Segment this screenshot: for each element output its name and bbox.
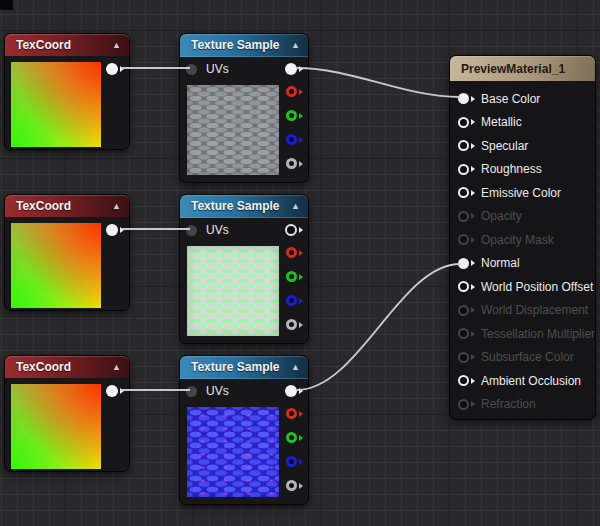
input-label: Ambient Occlusion — [481, 374, 581, 388]
texcoord-node-1[interactable]: TexCoord ▲ — [4, 33, 130, 150]
node-title: Texture Sample — [191, 199, 291, 213]
input-pin[interactable] — [458, 211, 475, 222]
uvs-input-label: UVs — [206, 223, 229, 237]
collapse-arrow-icon[interactable]: ▲ — [112, 363, 121, 372]
node-header[interactable]: TexCoord ▲ — [5, 356, 129, 378]
input-pin[interactable] — [458, 93, 475, 104]
uv-gradient-preview — [11, 62, 101, 147]
material-input-row-normal: Normal — [450, 252, 595, 276]
uvs-input-pin[interactable] — [186, 386, 197, 397]
node-header[interactable]: Texture Sample ▲ — [180, 356, 308, 379]
node-title: TexCoord — [16, 199, 112, 213]
material-input-row-refraction: Refraction — [450, 393, 595, 417]
material-input-row-ambient-occlusion: Ambient Occlusion — [450, 369, 595, 393]
red-channel-output-pin[interactable] — [286, 86, 303, 97]
material-input-row-metallic: Metallic — [450, 111, 595, 135]
input-label: Specular — [481, 139, 528, 153]
collapse-arrow-icon[interactable]: ▲ — [291, 363, 300, 372]
green-channel-output-pin[interactable] — [286, 432, 303, 443]
input-pin[interactable] — [458, 258, 475, 269]
output-pin[interactable] — [106, 63, 124, 75]
input-label: Subsurface Color — [481, 350, 574, 364]
green-channel-output-pin[interactable] — [286, 110, 303, 121]
output-pin[interactable] — [106, 385, 124, 397]
node-header[interactable]: Texture Sample ▲ — [180, 195, 308, 218]
input-label: Opacity Mask — [481, 233, 554, 247]
rgb-output-pin[interactable] — [285, 224, 303, 236]
texture-sample-node-1[interactable]: Texture Sample ▲ UVs — [179, 33, 309, 183]
uvs-input-pin[interactable] — [186, 225, 197, 236]
input-pin[interactable] — [458, 234, 475, 245]
input-label: World Displacement — [481, 303, 588, 317]
node-title: TexCoord — [16, 38, 112, 52]
blue-channel-output-pin[interactable] — [286, 295, 303, 306]
uvs-input-label: UVs — [206, 384, 229, 398]
red-channel-output-pin[interactable] — [286, 247, 303, 258]
grid-origin-marker — [0, 0, 13, 10]
uvs-input-label: UVs — [206, 62, 229, 76]
material-input-row-base-color: Base Color — [450, 87, 595, 111]
collapse-arrow-icon[interactable]: ▲ — [291, 202, 300, 211]
material-input-row-world-position-offset: World Position Offset — [450, 275, 595, 299]
input-pin[interactable] — [458, 281, 475, 292]
preview-material-node[interactable]: PreviewMaterial_1 Base Color Metallic Sp… — [449, 55, 596, 420]
input-label: Emissive Color — [481, 186, 561, 200]
texture-sample-node-3[interactable]: Texture Sample ▲ UVs — [179, 355, 309, 505]
blue-channel-output-pin[interactable] — [286, 134, 303, 145]
input-pin[interactable] — [458, 305, 475, 316]
blue-channel-output-pin[interactable] — [286, 456, 303, 467]
wire-texturesample1-to-base-color[interactable] — [297, 68, 460, 97]
input-label: Refraction — [481, 397, 536, 411]
input-label: Tessellation Multiplier — [481, 327, 595, 341]
alpha-channel-output-pin[interactable] — [286, 158, 303, 169]
collapse-arrow-icon[interactable]: ▲ — [112, 202, 121, 211]
material-input-row-roughness: Roughness — [450, 158, 595, 182]
rgb-output-pin[interactable] — [285, 385, 303, 397]
material-input-row-opacity-mask: Opacity Mask — [450, 228, 595, 252]
node-title: TexCoord — [16, 360, 112, 374]
alpha-channel-output-pin[interactable] — [286, 319, 303, 330]
texture-sample-node-2[interactable]: Texture Sample ▲ UVs — [179, 194, 309, 344]
node-title: Texture Sample — [191, 360, 291, 374]
input-pin[interactable] — [458, 164, 475, 175]
material-input-row-opacity: Opacity — [450, 205, 595, 229]
input-label: Normal — [481, 256, 520, 270]
material-input-row-specular: Specular — [450, 134, 595, 158]
input-pin[interactable] — [458, 140, 475, 151]
red-channel-output-pin[interactable] — [286, 408, 303, 419]
node-title: Texture Sample — [191, 38, 291, 52]
texture-preview-stone-bricks — [187, 85, 279, 175]
rgb-output-pin[interactable] — [285, 63, 303, 75]
material-input-row-emissive-color: Emissive Color — [450, 181, 595, 205]
wire-texturesample3-to-normal[interactable] — [297, 264, 460, 390]
input-label: Metallic — [481, 115, 522, 129]
node-header[interactable]: TexCoord ▲ — [5, 34, 129, 56]
green-channel-output-pin[interactable] — [286, 271, 303, 282]
uv-gradient-preview — [11, 223, 101, 308]
collapse-arrow-icon[interactable]: ▲ — [291, 41, 300, 50]
input-label: Roughness — [481, 162, 542, 176]
input-label: Opacity — [481, 209, 522, 223]
input-pin[interactable] — [458, 117, 475, 128]
texture-preview-mint-bricks — [187, 246, 279, 336]
material-input-row-tessellation-multiplier: Tessellation Multiplier — [450, 322, 595, 346]
alpha-channel-output-pin[interactable] — [286, 480, 303, 491]
node-title: PreviewMaterial_1 — [461, 62, 587, 76]
material-input-list: Base Color Metallic Specular Roughness E… — [450, 82, 595, 416]
material-graph-canvas[interactable]: TexCoord ▲ TexCoord ▲ TexCoord ▲ Texture… — [0, 0, 600, 526]
input-pin[interactable] — [458, 352, 475, 363]
input-pin[interactable] — [458, 375, 475, 386]
input-label: World Position Offset — [481, 280, 593, 294]
uvs-input-pin[interactable] — [186, 64, 197, 75]
node-header[interactable]: PreviewMaterial_1 — [450, 56, 595, 81]
node-header[interactable]: Texture Sample ▲ — [180, 34, 308, 57]
input-pin[interactable] — [458, 399, 475, 410]
input-label: Base Color — [481, 92, 540, 106]
output-pin[interactable] — [106, 224, 124, 236]
input-pin[interactable] — [458, 187, 475, 198]
texcoord-node-3[interactable]: TexCoord ▲ — [4, 355, 130, 472]
input-pin[interactable] — [458, 328, 475, 339]
texcoord-node-2[interactable]: TexCoord ▲ — [4, 194, 130, 311]
collapse-arrow-icon[interactable]: ▲ — [112, 41, 121, 50]
node-header[interactable]: TexCoord ▲ — [5, 195, 129, 217]
